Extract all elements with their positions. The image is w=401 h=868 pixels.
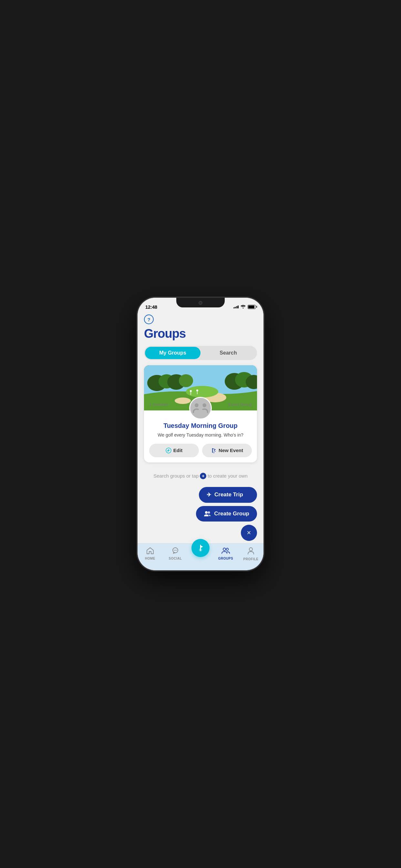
signal-bar-3 (236, 306, 237, 308)
battery-icon (248, 305, 256, 309)
status-icons (234, 305, 256, 309)
nav-item-profile[interactable]: PROFILE (238, 547, 264, 561)
help-icon: ? (147, 317, 150, 322)
chat-icon (172, 547, 179, 555)
svg-point-26 (176, 550, 177, 551)
camera-dot (198, 301, 203, 305)
phone-frame: 12:48 (137, 298, 264, 570)
svg-point-13 (196, 390, 198, 392)
battery-fill (248, 306, 254, 308)
svg-point-20 (213, 452, 215, 454)
create-group-button[interactable]: Create Group (196, 506, 257, 522)
svg-point-31 (249, 548, 252, 551)
group-name: Tuesday Morning Group (149, 422, 252, 430)
tab-search[interactable]: Search (201, 347, 256, 359)
help-button[interactable]: ? (144, 314, 154, 324)
nav-item-home[interactable]: HOME (137, 547, 163, 560)
svg-point-11 (190, 390, 192, 392)
new-event-button[interactable]: New Event (202, 444, 252, 457)
tab-my-groups[interactable]: My Groups (145, 347, 201, 359)
signal-bar-1 (234, 307, 235, 308)
people-icon (204, 511, 211, 517)
group-card: 1 member Event Group (144, 365, 257, 462)
group-actions: Edit New Event (149, 444, 252, 457)
nav-item-groups[interactable]: GROUPS (213, 547, 238, 560)
svg-point-16 (203, 403, 206, 407)
signal-bar-2 (235, 307, 236, 308)
group-avatar-container (144, 397, 257, 420)
profile-icon (247, 547, 254, 556)
edit-icon (166, 447, 172, 454)
nav-label-social: SOCIAL (169, 557, 182, 560)
phone-screen: 12:48 (137, 298, 264, 570)
group-body: Tuesday Morning Group We golf every Tues… (144, 420, 257, 462)
groups-icon (221, 547, 230, 555)
status-time: 12:48 (145, 304, 157, 310)
fab-close-button[interactable]: × (241, 525, 257, 541)
svg-point-21 (205, 511, 208, 514)
nav-label-groups: GROUPS (218, 557, 233, 560)
plane-icon: ✈ (207, 492, 211, 498)
search-hint: Search groups or tap + to create your ow… (144, 468, 257, 485)
group-avatar (189, 397, 212, 420)
svg-point-17 (198, 404, 203, 408)
bottom-nav: HOME SOCIAL (137, 544, 264, 570)
svg-point-15 (195, 403, 198, 407)
app-content: ? Groups My Groups Search (137, 312, 264, 544)
signal-bars (234, 306, 239, 308)
nav-label-profile: PROFILE (243, 557, 258, 561)
flag-icon (211, 447, 217, 454)
create-trip-button[interactable]: ✈ Create Trip (199, 487, 257, 503)
svg-point-4 (179, 374, 193, 387)
nav-label-home: HOME (145, 557, 155, 560)
nav-item-social[interactable]: SOCIAL (163, 547, 188, 560)
svg-point-30 (226, 548, 228, 551)
plus-circle: + (200, 473, 206, 479)
wifi-icon (241, 305, 246, 309)
nav-item-center[interactable] (188, 539, 213, 557)
flag-nav-icon (196, 544, 205, 553)
page-title: Groups (144, 327, 257, 341)
svg-point-24 (174, 550, 174, 551)
tab-bar: My Groups Search (144, 346, 257, 360)
svg-point-29 (223, 548, 226, 551)
group-description: We golf every Tuesday morning. Who's in? (149, 432, 252, 438)
svg-point-22 (208, 511, 210, 514)
fab-area: ✈ Create Trip Create Group × (144, 485, 257, 544)
signal-bar-4 (238, 306, 239, 308)
home-icon (146, 547, 154, 555)
notch (176, 298, 225, 307)
nav-center-button[interactable] (191, 539, 210, 557)
edit-button[interactable]: Edit (149, 444, 199, 457)
svg-point-25 (175, 550, 176, 551)
